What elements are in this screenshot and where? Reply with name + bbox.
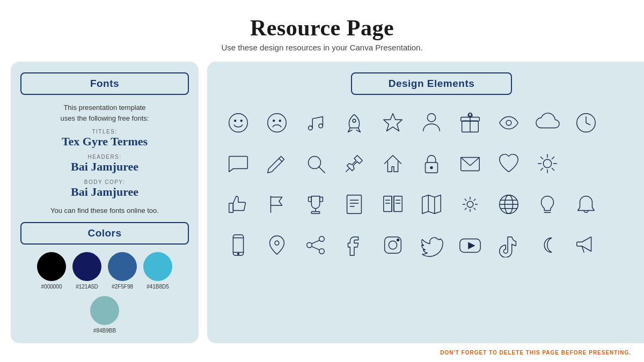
icon-cloud (529, 105, 566, 141)
svg-point-5 (279, 120, 281, 122)
svg-point-0 (229, 114, 248, 132)
icon-chat (220, 145, 257, 182)
icon-empty-4 (606, 186, 643, 223)
svg-rect-30 (229, 203, 233, 212)
svg-line-62 (312, 247, 319, 250)
svg-point-56 (238, 253, 239, 255)
swatch-teal: #84B9BB (90, 296, 119, 334)
icon-flag (259, 186, 295, 223)
icon-twitter (413, 227, 450, 263)
svg-point-13 (506, 120, 511, 125)
icon-settings (452, 186, 488, 223)
icon-megaphone (568, 227, 604, 263)
icon-moon (529, 227, 566, 263)
icon-sun (529, 145, 566, 182)
color-hex-black: #000000 (41, 284, 62, 290)
svg-point-4 (273, 120, 275, 122)
icon-eye (491, 105, 527, 141)
icon-trophy (297, 186, 334, 223)
icon-mail (452, 145, 488, 182)
svg-point-3 (268, 114, 287, 132)
svg-marker-9 (384, 114, 402, 131)
font-entry-titles: TITLES: Tex Gyre Termes (20, 129, 189, 149)
icon-document (336, 186, 372, 223)
svg-point-21 (543, 159, 551, 167)
icon-phone (220, 227, 257, 263)
icon-facebook (336, 227, 372, 263)
icon-clock (568, 105, 604, 141)
icon-home (375, 145, 411, 182)
font-entry-headers: HEADERS: Bai Jamjuree (20, 154, 189, 174)
svg-point-65 (397, 239, 399, 241)
icon-lightbulb (529, 186, 566, 223)
page-title: Resource Page (0, 15, 644, 41)
main-content: Fonts This presentation template uses th… (0, 62, 644, 343)
svg-point-2 (240, 120, 242, 122)
font-category-body: BODY COPY: (20, 179, 189, 185)
icon-empty-2 (568, 145, 604, 182)
color-hex-blue: #2F5F98 (112, 284, 133, 290)
colors-label: Colors (87, 227, 121, 239)
left-panel: Fonts This presentation template uses th… (11, 62, 199, 343)
icon-thumbsup (220, 186, 257, 223)
svg-point-1 (235, 120, 236, 122)
font-name-body: Bai Jamjuree (20, 185, 189, 199)
color-hex-lightblue: #41B8D5 (147, 284, 169, 290)
fonts-footer: You can find these fonts online too. (20, 206, 189, 215)
icon-empty-5 (606, 227, 643, 263)
icons-grid (220, 105, 643, 263)
svg-point-10 (427, 114, 435, 122)
color-circle-teal (90, 296, 119, 325)
color-hex-navy: #121A5D (76, 284, 98, 290)
svg-line-26 (540, 157, 543, 159)
svg-point-64 (389, 241, 397, 249)
svg-point-57 (275, 241, 279, 245)
fonts-header-box: Fonts (20, 72, 189, 95)
icon-globe (491, 186, 527, 223)
svg-rect-37 (384, 196, 392, 212)
swatch-navy: #121A5D (72, 252, 101, 290)
icon-book (375, 186, 411, 223)
swatch-blue: #2F5F98 (108, 252, 137, 290)
svg-rect-33 (347, 195, 362, 214)
svg-line-17 (346, 169, 349, 172)
font-name-headers: Bai Jamjuree (20, 160, 189, 174)
colors-section: Colors #000000 #121A5D #2F5F98 #41B8D5 (20, 222, 189, 334)
icon-star (375, 105, 411, 141)
fonts-description: This presentation template uses the foll… (20, 102, 189, 123)
font-entry-body: BODY COPY: Bai Jamjuree (20, 179, 189, 199)
icon-search (297, 145, 334, 182)
svg-line-29 (540, 168, 543, 170)
icon-heart (491, 145, 527, 182)
svg-point-8 (353, 119, 356, 122)
icon-lock (413, 145, 450, 182)
svg-point-58 (319, 237, 325, 242)
svg-point-59 (307, 242, 312, 248)
page-header: Resource Page Use these design resources… (0, 0, 644, 56)
footer-note: DON'T FORGET TO DELETE THIS PAGE BEFORE … (440, 350, 631, 356)
color-hex-teal: #84B9BB (93, 328, 116, 334)
svg-point-60 (319, 249, 325, 254)
svg-line-61 (312, 240, 319, 243)
svg-point-19 (430, 167, 433, 169)
color-swatches: #000000 #121A5D #2F5F98 #41B8D5 #84B9BB (20, 252, 189, 334)
icon-pencil (259, 145, 295, 182)
fonts-label: Fonts (90, 78, 119, 89)
icon-location (259, 227, 295, 263)
icon-sad (259, 105, 295, 141)
page-subtitle: Use these design resources in your Canva… (0, 43, 644, 52)
color-circle-black (37, 252, 66, 281)
color-circle-blue (108, 252, 137, 281)
svg-rect-38 (394, 196, 402, 212)
design-elements-header: Design Elements (220, 72, 643, 95)
svg-point-7 (319, 124, 323, 128)
color-circle-navy (72, 252, 101, 281)
icon-gift (452, 105, 488, 141)
design-elements-header-box: Design Elements (351, 72, 512, 95)
icon-empty-1 (606, 105, 643, 141)
icon-person (413, 105, 450, 141)
icon-smile (220, 105, 257, 141)
icon-share (297, 227, 334, 263)
icon-music (297, 105, 334, 141)
icon-tiktok (491, 227, 527, 263)
